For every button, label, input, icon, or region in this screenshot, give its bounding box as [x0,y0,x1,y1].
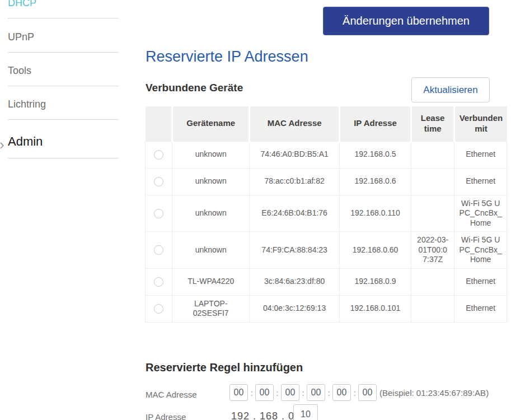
sidebar-item-label: Lichtring [8,99,46,110]
table-row: LAPTOP-02SESFI7 04:0e:3c:12:69:13 192.16… [146,295,507,322]
cell-mac-address: 74:46:A0:BD:B5:A1 [250,141,340,168]
cell-connected-via: Ethernet [454,168,507,195]
refresh-button[interactable]: Aktualisieren [411,77,490,102]
mac-octet-input-6[interactable] [358,384,377,401]
mac-address-inputs: : : : : : (Beispiel: 01:23:45:67:89:AB) [229,384,489,401]
cell-mac-address: 78:ac:c0:b1:af:82 [250,168,340,195]
sidebar-item-label: Tools [8,65,31,77]
mac-separator: : [274,388,281,398]
cell-lease-time [411,141,454,168]
cell-lease-time [411,295,454,322]
ip-last-octet-input[interactable] [293,404,318,420]
cell-lease-time: 2022-03-01T00:07:37Z [411,232,454,269]
cell-ip-address: 192.168.0.60 [340,232,411,269]
cell-connected-via: Ethernet [454,295,507,322]
mac-address-label: MAC Adresse [146,390,197,399]
cell-ip-address: 192.168.0.110 [340,195,411,232]
column-header-connected: Verbunden mit [454,106,507,141]
table-row: unknown 78:ac:c0:b1:af:82 192.168.0.6 Et… [146,168,507,195]
cell-ip-address: 192.168.0.9 [340,268,411,295]
column-header-device-name: Gerätename [172,106,250,141]
mac-octet-input-2[interactable] [255,384,274,401]
ip-address-prefix: 192 . 168 . 0 . [231,410,301,420]
cell-lease-time [411,195,454,232]
device-select-radio[interactable] [154,245,163,255]
cell-mac-address: E6:24:6B:04:B1:76 [250,195,340,232]
mac-octet-input-5[interactable] [332,384,351,401]
sidebar-item-admin[interactable]: › Admin [8,120,119,158]
device-select-radio[interactable] [154,209,163,218]
mac-octet-input-1[interactable] [229,384,248,401]
cell-device-name: unknown [172,141,250,168]
page-title: Reservierte IP Adressen [146,48,308,66]
sidebar-item-lichtring[interactable]: Lichtring [8,86,119,120]
cell-mac-address: 04:0e:3c:12:69:13 [250,295,340,322]
mac-separator: : [299,388,307,398]
sidebar-item-label: DHCP [8,0,36,9]
sidebar-item-tools[interactable]: Tools [8,53,119,86]
cell-device-name: TL-WPA4220 [172,268,250,295]
table-row: unknown 74:46:A0:BD:B5:A1 192.168.0.5 Et… [146,141,507,168]
mac-separator: : [351,388,358,398]
connected-devices-title: Verbundene Geräte [146,82,243,94]
table-header-row: Gerätename MAC Adresse IP Adresse Lease … [146,106,507,141]
cell-connected-via: Ethernet [454,268,507,295]
cell-mac-address: 74:F9:CA:88:84:23 [250,232,340,269]
device-select-radio[interactable] [154,277,163,287]
add-rule-title: Reservierte Regel hinzufügen [146,361,303,374]
cell-device-name: unknown [172,195,250,232]
mac-separator: : [325,388,332,398]
column-header-select [146,106,172,141]
cell-lease-time [411,268,454,295]
cell-ip-address: 192.168.0.5 [340,141,411,168]
chevron-right-icon: › [0,139,4,150]
ip-address-label: IP Adresse [146,412,186,420]
cell-connected-via: Wi-Fi 5G UPC_CncBx_Home [454,195,507,232]
mac-example-hint: (Beispiel: 01:23:45:67:89:AB) [379,388,489,398]
cell-device-name: LAPTOP-02SESFI7 [172,295,250,322]
mac-octet-input-3[interactable] [281,384,299,401]
column-header-lease: Lease time [411,106,454,141]
table-row: TL-WPA4220 3c:84:6a:23:df:80 192.168.0.9… [146,268,507,295]
device-select-radio[interactable] [154,150,163,160]
connected-devices-table: Gerätename MAC Adresse IP Adresse Lease … [145,106,507,323]
sidebar-item-label: UPnP [8,31,34,43]
column-header-mac: MAC Adresse [250,106,340,141]
sidebar-item-label: Admin [8,134,43,149]
apply-changes-button[interactable]: Änderungen übernehmen [323,7,489,35]
device-select-radio[interactable] [154,304,163,314]
cell-connected-via: Ethernet [454,141,507,168]
cell-lease-time [411,168,454,195]
cell-connected-via: Wi-Fi 5G UPC_CncBx_Home [454,232,507,269]
cell-device-name: unknown [172,232,250,269]
sidebar-item-dhcp[interactable]: DHCP [8,0,119,18]
cell-ip-address: 192.168.0.101 [340,295,411,322]
mac-octet-input-4[interactable] [307,384,325,401]
cell-device-name: unknown [172,168,250,195]
mac-separator: : [248,388,255,398]
sidebar-item-upnp[interactable]: UPnP [8,19,119,53]
column-header-ip: IP Adresse [340,106,411,141]
device-select-radio[interactable] [154,177,163,186]
cell-ip-address: 192.168.0.6 [340,168,411,195]
table-row: unknown 74:F9:CA:88:84:23 192.168.0.60 2… [146,232,507,269]
cell-mac-address: 3c:84:6a:23:df:80 [250,268,340,295]
table-row: unknown E6:24:6B:04:B1:76 192.168.0.110 … [146,195,507,232]
